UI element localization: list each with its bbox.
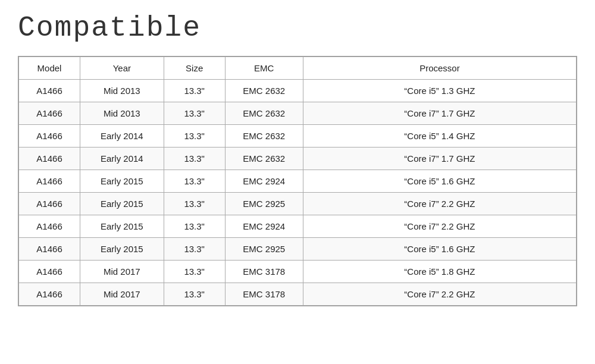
table-cell: EMC 2632 (225, 125, 303, 148)
table-cell: “Core i5” 1.8 GHZ (303, 261, 576, 283)
header-year: Year (80, 57, 164, 80)
table-cell: Mid 2013 (80, 80, 164, 102)
table-cell: EMC 2924 (225, 170, 303, 193)
table-cell: “Core i5” 1.6 GHZ (303, 238, 576, 261)
table-cell: A1466 (19, 193, 80, 215)
table-cell: “Core i7” 2.2 GHZ (303, 215, 576, 238)
table-cell: EMC 2632 (225, 148, 303, 170)
table-cell: A1466 (19, 215, 80, 238)
page-title: Compatible (18, 12, 201, 44)
table-row: A1466Early 201413.3"EMC 2632“Core i7” 1.… (19, 148, 577, 170)
table-cell: 13.3" (164, 193, 225, 215)
header-emc: EMC (225, 57, 303, 80)
table-row: A1466Early 201513.3"EMC 2925“Core i5” 1.… (19, 238, 577, 261)
header-model: Model (19, 57, 80, 80)
table-row: A1466Early 201413.3"EMC 2632“Core i5” 1.… (19, 125, 577, 148)
table-cell: 13.3" (164, 238, 225, 261)
table-cell: A1466 (19, 238, 80, 261)
table-header-row: Model Year Size EMC Processor (19, 57, 577, 80)
table-cell: “Core i5” 1.3 GHZ (303, 80, 576, 102)
table-row: A1466Early 201513.3"EMC 2925“Core i7” 2.… (19, 193, 577, 215)
table-row: A1466Mid 201713.3"EMC 3178“Core i7” 2.2 … (19, 283, 577, 306)
table-cell: A1466 (19, 148, 80, 170)
table-cell: 13.3" (164, 283, 225, 306)
table-cell: 13.3" (164, 215, 225, 238)
table-cell: Mid 2013 (80, 102, 164, 125)
table-cell: 13.3" (164, 125, 225, 148)
table-cell: Early 2014 (80, 125, 164, 148)
table-row: A1466Early 201513.3"EMC 2924“Core i5” 1.… (19, 170, 577, 193)
table-cell: Early 2015 (80, 238, 164, 261)
table-cell: A1466 (19, 80, 80, 102)
table-cell: Early 2015 (80, 215, 164, 238)
table-cell: EMC 3178 (225, 283, 303, 306)
table-cell: Early 2014 (80, 148, 164, 170)
table-cell: 13.3" (164, 80, 225, 102)
table-cell: A1466 (19, 261, 80, 283)
table-cell: EMC 2925 (225, 193, 303, 215)
header-processor: Processor (303, 57, 576, 80)
table-cell: EMC 2632 (225, 102, 303, 125)
table-cell: Early 2015 (80, 170, 164, 193)
table-cell: 13.3" (164, 261, 225, 283)
table-cell: EMC 2925 (225, 238, 303, 261)
table-cell: “Core i7” 2.2 GHZ (303, 193, 576, 215)
table-row: A1466Mid 201313.3"EMC 2632“Core i5” 1.3 … (19, 80, 577, 102)
table-cell: Early 2015 (80, 193, 164, 215)
table-cell: A1466 (19, 102, 80, 125)
compatibility-table-wrapper: ■ Model Year Size EMC Processor A1466Mid… (18, 56, 577, 306)
table-row: A1466Early 201513.3"EMC 2924“Core i7” 2.… (19, 215, 577, 238)
compatibility-table: Model Year Size EMC Processor A1466Mid 2… (18, 57, 577, 306)
table-cell: Mid 2017 (80, 261, 164, 283)
table-row: A1466Mid 201713.3"EMC 3178“Core i5” 1.8 … (19, 261, 577, 283)
table-cell: A1466 (19, 125, 80, 148)
table-row: A1466Mid 201313.3"EMC 2632“Core i7” 1.7 … (19, 102, 577, 125)
table-cell: EMC 2632 (225, 80, 303, 102)
table-cell: A1466 (19, 283, 80, 306)
table-cell: “Core i7” 1.7 GHZ (303, 148, 576, 170)
table-cell: “Core i5” 1.6 GHZ (303, 170, 576, 193)
table-cell: A1466 (19, 170, 80, 193)
table-cell: 13.3" (164, 170, 225, 193)
header-size: Size (164, 57, 225, 80)
table-cell: “Core i7” 1.7 GHZ (303, 102, 576, 125)
table-cell: “Core i5” 1.4 GHZ (303, 125, 576, 148)
table-cell: EMC 2924 (225, 215, 303, 238)
table-cell: “Core i7” 2.2 GHZ (303, 283, 576, 306)
table-cell: EMC 3178 (225, 261, 303, 283)
table-cell: 13.3" (164, 148, 225, 170)
table-cell: 13.3" (164, 102, 225, 125)
table-cell: Mid 2017 (80, 283, 164, 306)
